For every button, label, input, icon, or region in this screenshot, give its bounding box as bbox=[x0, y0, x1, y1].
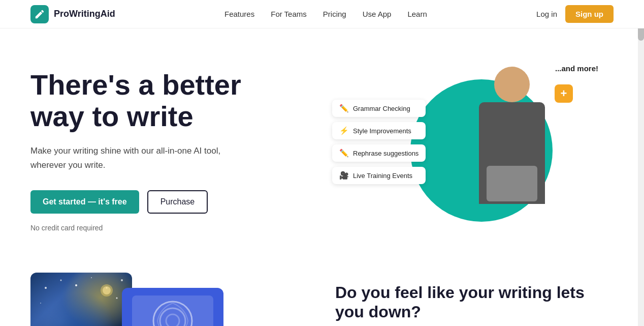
chip-rephrase-label: Rephrase suggestions bbox=[353, 150, 418, 157]
signup-button[interactable]: Sign up bbox=[565, 5, 614, 23]
person-head bbox=[494, 67, 530, 102]
chip-style-label: Style Improvements bbox=[353, 127, 411, 135]
svg-point-1 bbox=[60, 280, 62, 281]
svg-point-12 bbox=[166, 314, 179, 326]
section2-right: Do you feel like your writing lets you d… bbox=[335, 273, 614, 326]
svg-point-2 bbox=[75, 284, 77, 286]
svg-point-11 bbox=[160, 308, 185, 326]
chip-training: 🎥 Live Training Events bbox=[332, 167, 426, 184]
hero-headline-line2: way to write bbox=[30, 100, 194, 132]
section2: My idea in my head Do you feel like your… bbox=[0, 262, 644, 326]
no-credit-text: No credit card required bbox=[30, 224, 312, 232]
nav-item-forteams[interactable]: For Teams bbox=[271, 10, 307, 19]
chip-style: ⚡ Style Improvements bbox=[332, 122, 426, 139]
login-button[interactable]: Log in bbox=[536, 10, 557, 18]
section2-headline: Do you feel like your writing lets you d… bbox=[335, 283, 614, 322]
starry-card: My idea in my head bbox=[30, 273, 132, 326]
nav-item-pricing[interactable]: Pricing bbox=[323, 10, 346, 19]
svg-point-9 bbox=[103, 286, 111, 294]
person-laptop bbox=[487, 166, 537, 201]
plus-badge: + bbox=[555, 84, 573, 103]
nav-item-features[interactable]: Features bbox=[224, 10, 254, 19]
nav-link-features[interactable]: Features bbox=[224, 10, 254, 18]
rephrase-icon: ✏️ bbox=[339, 149, 349, 158]
section2-left: My idea in my head bbox=[30, 273, 305, 326]
purchase-button[interactable]: Purchase bbox=[147, 190, 208, 214]
nav-item-learn[interactable]: Learn bbox=[407, 10, 427, 19]
nav-item-useapp[interactable]: Use App bbox=[363, 10, 392, 19]
chip-grammar-label: Grammar Checking bbox=[353, 105, 410, 112]
hero-subtext: Make your writing shine with our all-in-… bbox=[30, 144, 244, 171]
stars-svg bbox=[30, 273, 132, 326]
blue-card-inner bbox=[132, 295, 213, 326]
nav-actions: Log in Sign up bbox=[536, 5, 614, 23]
hero-left: There's a better way to write Make your … bbox=[30, 69, 312, 232]
feature-chips: ✏️ Grammar Checking ⚡ Style Improvements… bbox=[332, 100, 426, 184]
svg-point-5 bbox=[121, 279, 123, 281]
get-started-button[interactable]: Get started — it's free bbox=[30, 190, 139, 214]
svg-point-7 bbox=[116, 298, 118, 299]
training-icon: 🎥 bbox=[339, 171, 349, 180]
spiral-svg bbox=[150, 298, 196, 326]
hero-headline-line1: There's a better bbox=[30, 69, 241, 101]
nav-links: Features For Teams Pricing Use App Learn bbox=[224, 10, 427, 19]
navbar: ProWritingAid Features For Teams Pricing… bbox=[0, 0, 644, 28]
svg-point-3 bbox=[91, 277, 92, 278]
nav-link-forteams[interactable]: For Teams bbox=[271, 10, 307, 18]
chip-grammar: ✏️ Grammar Checking bbox=[332, 100, 426, 117]
grammar-icon: ✏️ bbox=[339, 104, 349, 113]
svg-point-0 bbox=[45, 287, 47, 289]
nav-link-pricing[interactable]: Pricing bbox=[323, 10, 346, 18]
logo-icon bbox=[30, 5, 49, 23]
hero-buttons: Get started — it's free Purchase bbox=[30, 190, 312, 214]
person-illustration bbox=[456, 64, 568, 242]
logo-text: ProWritingAid bbox=[54, 9, 115, 19]
scrollbar-track[interactable] bbox=[638, 0, 644, 326]
style-icon: ⚡ bbox=[339, 126, 349, 135]
logo-svg bbox=[34, 9, 45, 20]
logo-area[interactable]: ProWritingAid bbox=[30, 5, 115, 23]
hero-section: There's a better way to write Make your … bbox=[0, 28, 644, 262]
svg-point-6 bbox=[40, 303, 41, 304]
nav-link-useapp[interactable]: Use App bbox=[363, 10, 392, 18]
chip-rephrase: ✏️ Rephrase suggestions bbox=[332, 144, 426, 162]
hero-headline: There's a better way to write bbox=[30, 69, 312, 132]
blue-card bbox=[122, 288, 223, 326]
nav-link-learn[interactable]: Learn bbox=[407, 10, 427, 18]
page-wrapper: ProWritingAid Features For Teams Pricing… bbox=[0, 0, 644, 326]
chip-training-label: Live Training Events bbox=[353, 172, 412, 180]
hero-right: ...and more! + ✏️ Grammar Checking ⚡ Sty… bbox=[332, 59, 614, 242]
